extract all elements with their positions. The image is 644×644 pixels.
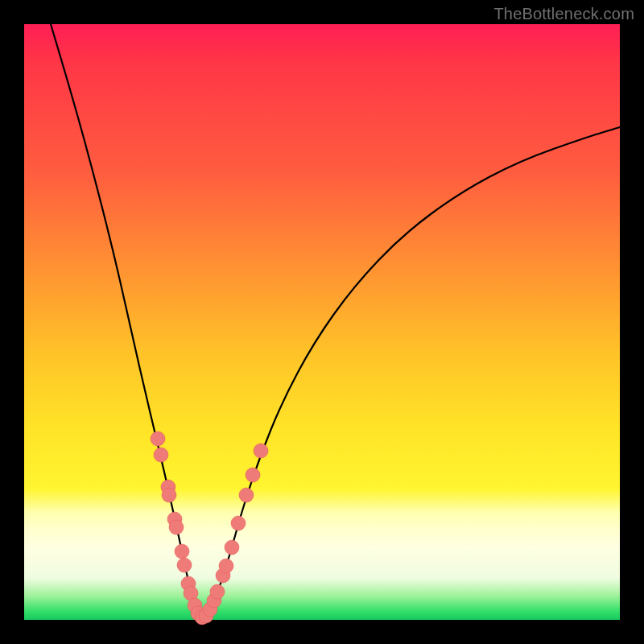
highlight-dot [225, 540, 239, 555]
highlight-dot [246, 468, 260, 482]
highlight-dot [169, 520, 184, 535]
watermark-text: TheBottleneck.com [493, 5, 634, 23]
highlight-dot [154, 448, 168, 462]
plot-area [24, 24, 620, 620]
highlight-dot [162, 488, 176, 502]
highlight-dot [219, 559, 233, 573]
highlight-dot [151, 431, 165, 446]
highlight-dot [210, 584, 225, 599]
chart-frame: TheBottleneck.com [0, 0, 644, 644]
highlight-dot [175, 544, 189, 559]
curve-layer [24, 24, 620, 620]
highlight-dot [177, 558, 192, 572]
highlight-dot [239, 488, 254, 502]
bottleneck-curve-right [202, 127, 620, 618]
highlight-dot [254, 444, 268, 458]
highlight-dots [151, 431, 268, 625]
highlight-dot [231, 516, 246, 530]
